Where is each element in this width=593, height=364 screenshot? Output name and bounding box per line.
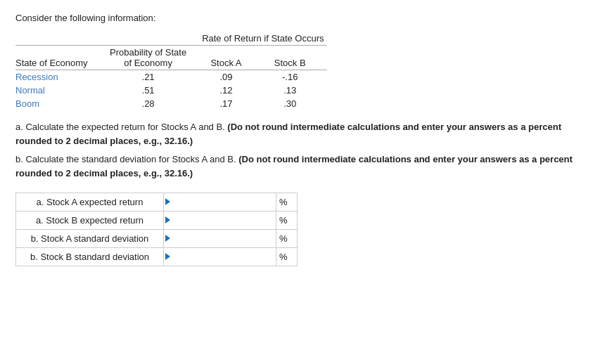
answer-row-2: b. Stock A standard deviation%	[16, 229, 298, 247]
answer-input-cell-1[interactable]	[164, 211, 276, 229]
answer-input-cell-3[interactable]	[164, 247, 276, 266]
col2-subheader: Probability of State of Economy	[107, 46, 199, 70]
answers-table: a. Stock A expected return%a. Stock B ex…	[15, 193, 298, 266]
answer-input-cell-2[interactable]	[164, 229, 276, 247]
arrow-icon-3	[165, 253, 170, 260]
prob-recession: .21	[107, 70, 199, 84]
intro-text: Consider the following information:	[15, 13, 578, 23]
question-b: b. Calculate the standard deviation for …	[15, 152, 578, 181]
table-row-boom: Boom .28 .17 .30	[15, 97, 327, 110]
arrow-icon-1	[165, 216, 170, 223]
answer-input-1[interactable]	[170, 212, 276, 229]
answer-label-0: a. Stock A expected return	[16, 193, 164, 211]
stockb-recession: -.16	[263, 70, 327, 84]
table-header-top: Rate of Return if State Occurs	[15, 32, 327, 46]
answer-input-cell-0[interactable]	[164, 193, 276, 211]
question-a: a. Calculate the expected return for Sto…	[15, 120, 578, 148]
col2-empty	[107, 32, 199, 46]
stockb-normal: .13	[263, 84, 327, 97]
prob-boom: .28	[107, 97, 199, 110]
data-table: Rate of Return if State Occurs State of …	[15, 32, 327, 110]
answer-pct-2: %	[276, 229, 298, 247]
table-row-normal: Normal .51 .12 .13	[15, 84, 327, 97]
question-a-text: a. Calculate the expected return for Sto…	[15, 122, 227, 132]
answer-pct-0: %	[276, 193, 298, 211]
rate-of-return-header: Rate of Return if State Occurs	[199, 32, 326, 46]
col1-subheader: State of Economy	[15, 46, 107, 70]
answer-label-3: b. Stock B standard deviation	[16, 247, 164, 266]
answer-input-3[interactable]	[170, 248, 276, 266]
arrow-icon-2	[165, 235, 170, 242]
stocka-recession: .09	[199, 70, 263, 84]
answer-input-2[interactable]	[170, 230, 276, 247]
data-table-wrapper: Rate of Return if State Occurs State of …	[15, 32, 578, 110]
state-recession: Recession	[15, 70, 107, 84]
answer-label-1: a. Stock B expected return	[16, 211, 164, 229]
state-normal: Normal	[15, 84, 107, 97]
stocka-normal: .12	[199, 84, 263, 97]
prob-normal: .51	[107, 84, 199, 97]
col3-subheader: Stock A	[199, 46, 263, 70]
state-boom: Boom	[15, 97, 107, 110]
col4-subheader: Stock B	[263, 46, 327, 70]
arrow-icon-0	[165, 198, 170, 205]
answer-pct-1: %	[276, 211, 298, 229]
table-row-recession: Recession .21 .09 -.16	[15, 70, 327, 84]
question-b-text: b. Calculate the standard deviation for …	[15, 154, 238, 164]
table-subheader: State of Economy Probability of State of…	[15, 46, 327, 70]
col1-empty	[15, 32, 107, 46]
answer-row-1: a. Stock B expected return%	[16, 211, 298, 229]
prob-header-line2: of Economy	[124, 58, 172, 68]
answer-row-0: a. Stock A expected return%	[16, 193, 298, 211]
stocka-boom: .17	[199, 97, 263, 110]
answer-pct-3: %	[276, 247, 298, 266]
answer-label-2: b. Stock A standard deviation	[16, 229, 164, 247]
questions-section: a. Calculate the expected return for Sto…	[15, 120, 578, 181]
prob-header-line1: Probability of State	[110, 47, 186, 58]
answer-row-3: b. Stock B standard deviation%	[16, 247, 298, 266]
answer-input-0[interactable]	[170, 193, 276, 211]
stockb-boom: .30	[263, 97, 327, 110]
